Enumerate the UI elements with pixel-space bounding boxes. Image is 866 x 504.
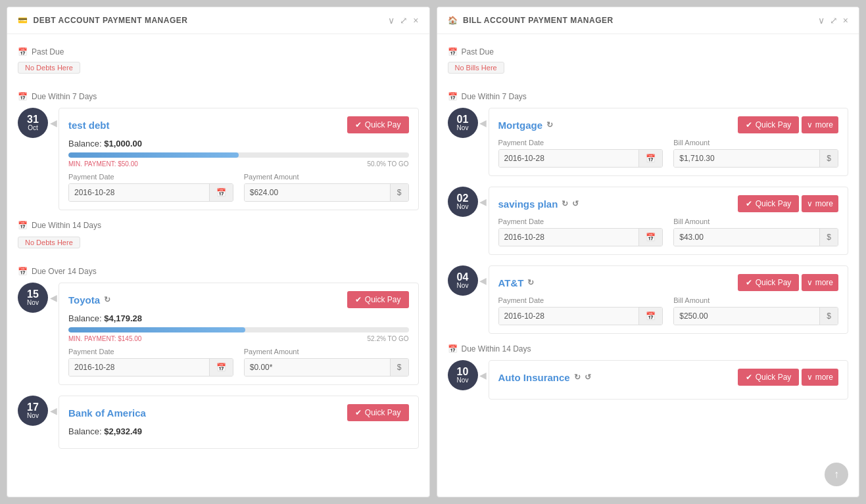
progress-bar-toyota: [68, 327, 409, 332]
payment-amount-label-toyota: Payment Amount: [244, 348, 409, 355]
check-icon: ✔: [355, 120, 362, 129]
form-row-toyota: Payment Date 📅 Payment Amount $: [68, 348, 409, 377]
scroll-up-button[interactable]: ↑: [825, 463, 848, 486]
refresh-icon-att: ↻: [527, 278, 534, 287]
calendar-icon: 📅: [18, 92, 28, 101]
bill-card-att: AT&T ↻ ✔ Quick Pay ∨ more: [489, 265, 849, 334]
bill-amount-group-att: Bill Amount $: [673, 296, 838, 325]
close-icon[interactable]: ×: [413, 15, 418, 26]
payment-date-field-toyota[interactable]: [69, 359, 209, 376]
bill-panel-body: 📅 Past Due No Bills Here 📅 Due Within 7 …: [437, 34, 859, 497]
due-14-days-section: 📅 Due Within 14 Days: [18, 221, 419, 230]
payment-date-field-mortgage[interactable]: [499, 150, 639, 167]
check-icon: ✔: [746, 373, 752, 382]
collapse-icon[interactable]: ∨: [818, 15, 825, 26]
payment-amount-field-test-debt[interactable]: [245, 184, 390, 201]
progress-labels-toyota: MIN. PAYMENT: $145.00 52.2% TO GO: [68, 335, 409, 342]
bill-panel: 🏠 BILL ACCOUNT PAYMENT MANAGER ∨ ⤢ × 📅 P…: [437, 7, 860, 497]
more-button-mortgage[interactable]: ∨ more: [802, 116, 838, 133]
check-icon: ✔: [355, 408, 362, 417]
past-due-section: 📅 Past Due: [18, 47, 419, 57]
date-circle-31-oct: 31 Oct: [18, 108, 48, 138]
chevron-left-icon: ◀: [478, 265, 489, 296]
timeline-item-savings: 02 Nov ◀ savings plan ↻ ↺ ✔ Quick Pay: [448, 187, 849, 255]
payment-date-field-savings[interactable]: [499, 229, 639, 246]
calendar-button-toyota[interactable]: 📅: [209, 359, 233, 376]
dollar-button-test-debt[interactable]: $: [390, 184, 408, 201]
expand-icon[interactable]: ⤢: [830, 15, 838, 26]
chevron-left-icon: ◀: [48, 283, 59, 313]
payment-date-field-test-debt[interactable]: [69, 184, 209, 201]
debt-card-toyota: Toyota ↻ ✔ Quick Pay Balance: $4,179.28 …: [59, 283, 419, 385]
no-bills-badge-past: No Bills Here: [448, 62, 504, 74]
bill-amount-field-mortgage[interactable]: [674, 150, 819, 167]
payment-date-label-savings: Payment Date: [498, 218, 663, 225]
bill-amount-label-mortgage: Bill Amount: [673, 139, 838, 147]
calendar-icon: 📅: [18, 47, 28, 57]
more-button-auto-insurance[interactable]: ∨ more: [802, 369, 838, 386]
quick-pay-button-boa[interactable]: ✔ Quick Pay: [347, 404, 409, 421]
check-icon: ✔: [746, 278, 752, 287]
payment-amount-input-toyota: $: [244, 358, 409, 377]
progress-labels-test-debt: MIN. PAYMENT: $50.00 50.0% TO GO: [68, 160, 409, 168]
bill-card-mortgage: Mortgage ↻ ✔ Quick Pay ∨ more: [489, 108, 849, 176]
due-14-days-bill-section: 📅 Due Within 14 Days: [448, 344, 849, 354]
payment-date-group-test-debt: Payment Date 📅: [68, 173, 233, 202]
btn-group-savings: ✔ Quick Pay ∨ more: [738, 195, 838, 212]
bill-amount-field-att[interactable]: [674, 308, 819, 325]
card-title-savings: savings plan ↻ ↺: [498, 198, 579, 210]
check-icon: ✔: [355, 295, 362, 304]
debt-card-boa: Bank of America ✔ Quick Pay Balance: $2,…: [59, 396, 419, 449]
payment-amount-field-toyota[interactable]: [245, 359, 390, 376]
bill-amount-input-savings: $: [673, 228, 838, 246]
quick-pay-button-auto-insurance[interactable]: ✔ Quick Pay: [738, 369, 800, 386]
dollar-button-att[interactable]: $: [819, 308, 838, 325]
card-header-mortgage: Mortgage ↻ ✔ Quick Pay ∨ more: [498, 116, 839, 133]
progress-bar-test-debt: [68, 152, 409, 158]
card-header-test-debt: test debt ✔ Quick Pay: [68, 116, 409, 133]
payment-date-field-att[interactable]: [499, 308, 639, 325]
btn-group-auto-insurance: ✔ Quick Pay ∨ more: [738, 369, 838, 386]
date-circle-02-nov: 02 Nov: [448, 187, 478, 217]
quick-pay-button-test-debt[interactable]: ✔ Quick Pay: [347, 116, 409, 133]
payment-amount-label-test-debt: Payment Amount: [244, 173, 409, 181]
dollar-button-mortgage[interactable]: $: [819, 150, 838, 167]
dollar-button-toyota[interactable]: $: [390, 359, 408, 376]
bill-panel-title: 🏠 BILL ACCOUNT PAYMENT MANAGER: [448, 16, 613, 25]
chevron-left-icon: ◀: [478, 187, 489, 217]
card-title-att: AT&T ↻: [498, 277, 535, 288]
sync-icon-auto: ↺: [585, 373, 591, 382]
quick-pay-button-toyota[interactable]: ✔ Quick Pay: [347, 291, 409, 308]
card-header-att: AT&T ↻ ✔ Quick Pay ∨ more: [498, 274, 839, 291]
calendar-button-att[interactable]: 📅: [638, 308, 662, 325]
quick-pay-button-att[interactable]: ✔ Quick Pay: [738, 274, 800, 291]
progress-fill-toyota: [68, 327, 245, 332]
more-button-att[interactable]: ∨ more: [802, 274, 838, 291]
payment-date-input-test-debt: 📅: [68, 183, 233, 202]
calendar-button-savings[interactable]: 📅: [638, 229, 662, 246]
expand-icon[interactable]: ⤢: [400, 15, 408, 26]
dollar-button-savings[interactable]: $: [819, 229, 838, 246]
calendar-icon: 📅: [18, 221, 28, 230]
timeline-item-boa: 17 Nov ◀ Bank of America ✔ Quick Pay Bal…: [18, 396, 419, 449]
calendar-button-mortgage[interactable]: 📅: [638, 150, 662, 167]
bill-amount-label-savings: Bill Amount: [673, 218, 838, 225]
quick-pay-button-savings[interactable]: ✔ Quick Pay: [738, 195, 800, 212]
refresh-icon-auto: ↻: [574, 373, 581, 382]
bill-amount-field-savings[interactable]: [674, 229, 819, 246]
collapse-icon[interactable]: ∨: [388, 15, 395, 26]
payment-date-input-savings: 📅: [498, 228, 663, 246]
close-icon[interactable]: ×: [843, 15, 848, 26]
calendar-button-test-debt[interactable]: 📅: [209, 184, 233, 201]
bill-amount-input-mortgage: $: [673, 149, 838, 168]
chevron-left-icon: ◀: [478, 108, 489, 138]
quick-pay-button-mortgage[interactable]: ✔ Quick Pay: [738, 116, 800, 133]
card-header-toyota: Toyota ↻ ✔ Quick Pay: [68, 291, 409, 308]
timeline-item-mortgage: 01 Nov ◀ Mortgage ↻ ✔ Quick Pay: [448, 108, 849, 176]
payment-date-input-att: 📅: [498, 307, 663, 325]
calendar-icon: 📅: [448, 344, 458, 354]
payment-date-input-toyota: 📅: [68, 358, 233, 377]
more-button-savings[interactable]: ∨ more: [802, 195, 838, 212]
sync-icon-savings: ↺: [572, 199, 579, 208]
date-circle-17-nov: 17 Nov: [18, 396, 48, 426]
